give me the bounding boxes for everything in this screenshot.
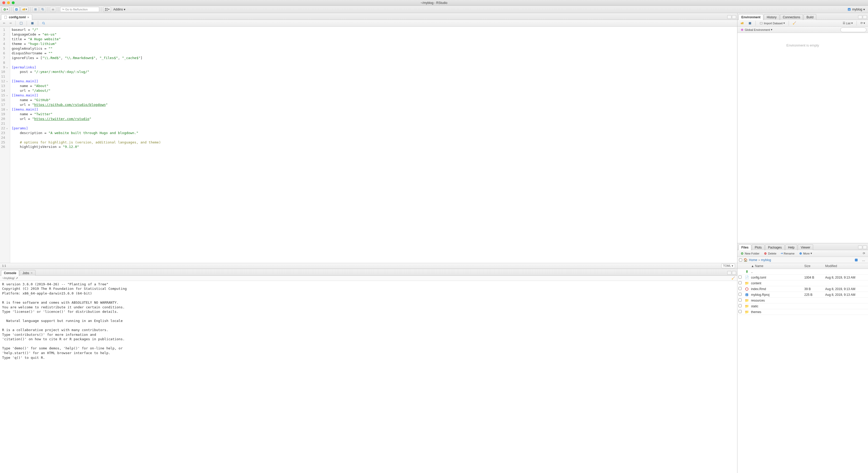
delete-button[interactable]: Delete — [762, 252, 778, 256]
table-row[interactable]: 📄config.toml1004 BAug 8, 2019, 9:13 AM — [738, 275, 868, 280]
maximize-pane-icon[interactable] — [732, 271, 736, 275]
scope-selector[interactable]: Global Environment ▾ — [739, 28, 774, 32]
source-pane: config.toml ✕ ⬅ ➡ 123456789▾101112▾ — [0, 13, 737, 269]
svg-text:R: R — [848, 8, 850, 11]
code-editor[interactable]: 123456789▾101112▾131415▾161718▾19202122▾… — [0, 27, 737, 263]
tab-packages[interactable]: Packages — [765, 244, 785, 250]
row-checkbox[interactable] — [739, 281, 742, 284]
tab-viewer[interactable]: Viewer — [798, 244, 813, 250]
find-button[interactable] — [40, 21, 47, 25]
file-modified: Aug 8, 2019, 9:13 AM — [825, 276, 867, 279]
minimize-pane-icon[interactable] — [727, 15, 732, 19]
zoom-icon[interactable] — [12, 1, 14, 4]
forward-button[interactable]: ➡ — [8, 21, 13, 25]
file-modified: Aug 8, 2019, 9:13 AM — [825, 287, 867, 291]
table-row[interactable]: Rmyblog.Rproj225 BAug 8, 2019, 9:13 AM — [738, 292, 868, 298]
table-row[interactable]: 📁resources — [738, 298, 868, 303]
tab-history[interactable]: History — [764, 14, 779, 20]
env-search-input[interactable] — [840, 27, 866, 32]
svg-rect-17 — [749, 22, 751, 24]
console-output[interactable]: R version 3.6.0 (2019-04-26) -- "Plantin… — [0, 281, 737, 473]
minimize-pane-icon[interactable] — [727, 271, 732, 275]
env-tabbar: Environment History Connections Build — [738, 13, 868, 20]
tab-help[interactable]: Help — [785, 244, 798, 250]
open-folder-icon[interactable]: ⇗ — [16, 276, 18, 280]
row-checkbox[interactable] — [739, 275, 742, 278]
table-row[interactable]: 📁content — [738, 280, 868, 286]
back-button[interactable]: ⬅ — [2, 21, 6, 25]
new-folder-button[interactable]: New Folder — [739, 252, 761, 256]
minimize-pane-icon[interactable] — [858, 245, 862, 249]
col-name: Name — [755, 264, 763, 268]
table-row[interactable]: 📁static — [738, 303, 868, 309]
goto-file-input[interactable]: ↪ Go to file/function — [60, 7, 99, 12]
goto-placeholder: Go to file/function — [65, 8, 88, 11]
save-all-button[interactable] — [40, 7, 46, 12]
svg-rect-9 — [105, 9, 106, 10]
maximize-pane-icon[interactable] — [863, 245, 867, 249]
tab-console[interactable]: Console — [1, 270, 19, 276]
crumb-home[interactable]: Home — [749, 258, 757, 262]
row-checkbox[interactable] — [739, 293, 742, 296]
table-row[interactable]: index.Rmd39 BAug 8, 2019, 9:13 AM — [738, 286, 868, 292]
refresh-button[interactable]: ⟳ ▾ — [859, 21, 866, 25]
close-icon[interactable] — [2, 1, 5, 4]
breadcrumb: 🏠 Home › myblog … — [738, 257, 868, 263]
file-name: content — [751, 282, 804, 285]
tab-plots[interactable]: Plots — [752, 244, 765, 250]
project-selector[interactable]: R myblog ▾ — [847, 7, 866, 11]
tab-config-toml[interactable]: config.toml ✕ — [1, 14, 32, 20]
more-button[interactable]: More ▾ — [798, 252, 813, 256]
close-icon[interactable]: ✕ — [27, 16, 29, 19]
rename-button[interactable]: ➜ Rename — [779, 252, 796, 255]
tab-jobs[interactable]: Jobs ✕ — [20, 270, 35, 276]
window-title: ~/myblog - RStudio — [421, 1, 447, 5]
tab-build[interactable]: Build — [804, 14, 816, 20]
new-file-button[interactable]: ▾ — [2, 7, 9, 12]
up-directory-row[interactable]: ⬆ .. — [738, 269, 868, 275]
tab-label: config.toml — [9, 16, 26, 19]
tab-connections[interactable]: Connections — [780, 14, 803, 20]
table-header[interactable]: ▲ Name Size Modified — [738, 263, 868, 269]
show-in-new-button[interactable] — [18, 21, 24, 25]
open-file-button[interactable]: ▾ — [21, 7, 28, 12]
minimize-icon[interactable] — [7, 1, 10, 4]
minimize-pane-icon[interactable] — [858, 15, 862, 19]
tab-files[interactable]: Files — [739, 244, 751, 250]
table-row[interactable]: 📁themes — [738, 309, 868, 315]
console-tabbar: Console Jobs ✕ — [0, 269, 737, 276]
window-controls — [0, 1, 14, 4]
close-icon[interactable]: ✕ — [31, 271, 33, 274]
row-checkbox[interactable] — [739, 287, 742, 290]
clear-env-button[interactable]: 🧹 — [791, 21, 798, 25]
row-checkbox[interactable] — [739, 304, 742, 307]
save-workspace-button[interactable] — [747, 21, 753, 25]
tab-environment[interactable]: Environment — [739, 14, 763, 20]
file-size: 39 B — [804, 287, 825, 291]
rproject-goto-icon[interactable] — [853, 258, 859, 262]
home-icon[interactable]: 🏠 — [743, 258, 748, 262]
row-checkbox[interactable] — [739, 298, 742, 302]
svg-rect-4 — [42, 9, 44, 10]
save-source-button[interactable] — [29, 21, 35, 25]
more-path-button[interactable]: … — [861, 258, 866, 262]
print-button[interactable] — [50, 7, 56, 12]
clear-console-icon[interactable]: 🧹 — [732, 276, 735, 280]
new-project-button[interactable] — [13, 7, 20, 12]
select-all-checkbox[interactable] — [739, 259, 742, 262]
env-toolbar: Import Dataset ▾ 🧹 ☰ List ▾ ⟳ ▾ — [738, 20, 868, 27]
refresh-files-button[interactable]: ⟳ — [862, 252, 866, 255]
language-selector[interactable]: TOML ▾ — [721, 264, 735, 268]
maximize-pane-icon[interactable] — [732, 15, 736, 19]
list-mode-button[interactable]: ☰ List ▾ — [841, 21, 854, 25]
crumb-folder[interactable]: myblog — [761, 258, 771, 262]
row-checkbox[interactable] — [739, 310, 742, 313]
load-workspace-button[interactable] — [739, 21, 745, 25]
main-toolbar: ▾ ▾ ↪ Go to file/function ▾ Addins ▾ R m… — [0, 6, 868, 13]
maximize-pane-icon[interactable] — [863, 15, 867, 19]
file-name: resources — [751, 299, 804, 302]
save-button[interactable] — [32, 7, 39, 12]
import-dataset-button[interactable]: Import Dataset ▾ — [758, 21, 786, 25]
addins-menu[interactable]: Addins ▾ — [112, 7, 127, 11]
grid-button[interactable]: ▾ — [103, 7, 111, 12]
